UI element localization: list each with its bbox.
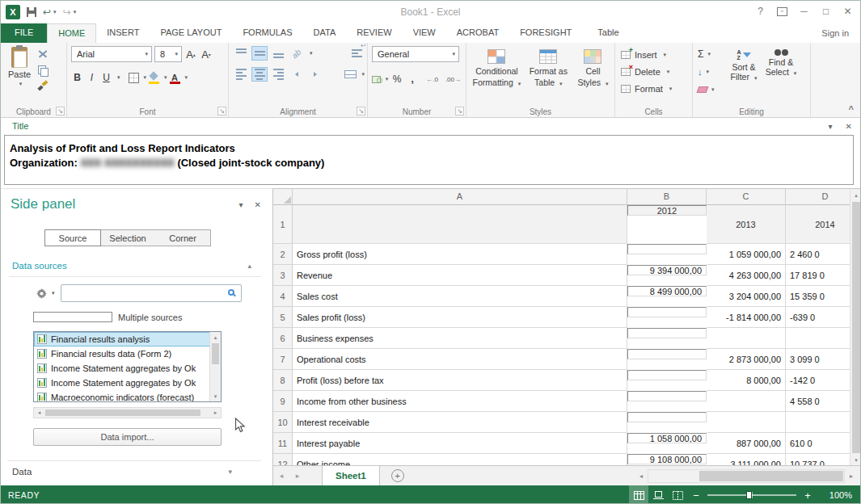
insert-button[interactable]: Insert ▾	[619, 46, 690, 63]
cell[interactable]: Operational costs	[293, 349, 627, 370]
cell[interactable]	[707, 412, 786, 433]
maximize-button[interactable]: □	[815, 1, 837, 22]
orientation-button[interactable]	[289, 46, 305, 61]
expand-section-icon[interactable]: ▾	[228, 468, 261, 476]
cell[interactable]: 4 263 000,00	[707, 265, 786, 286]
cell[interactable]	[627, 349, 707, 359]
cell[interactable]	[707, 391, 786, 412]
side-panel-close-icon[interactable]: ✕	[255, 200, 261, 209]
data-import-button[interactable]: Data import...	[33, 428, 222, 446]
cell[interactable]	[627, 412, 707, 422]
sheet-tab-sheet1[interactable]: Sheet1	[322, 466, 380, 485]
cell[interactable]: 8 000,00	[707, 370, 786, 391]
font-family-select[interactable]: Arial ▾	[71, 46, 152, 62]
decrease-indent-button[interactable]	[289, 67, 305, 82]
tab-data[interactable]: DATA	[303, 23, 347, 43]
cell[interactable]	[707, 328, 786, 349]
column-header-b[interactable]: B	[627, 189, 707, 205]
merge-center-dropdown-icon[interactable]: ▾	[361, 71, 365, 78]
row-header[interactable]: 11	[273, 433, 293, 454]
cell[interactable]: Other income	[293, 454, 627, 465]
find-select-button[interactable]: Find & Select ▾	[762, 44, 800, 83]
scroll-left-icon[interactable]: ◂	[635, 472, 648, 480]
cell[interactable]	[627, 370, 707, 380]
title-pane-close-icon[interactable]: ✕	[846, 122, 852, 131]
collapse-section-icon[interactable]: ▴	[247, 262, 261, 270]
close-button[interactable]: ✕	[837, 1, 859, 22]
align-right-button[interactable]	[270, 67, 286, 82]
column-header-c[interactable]: C	[707, 189, 786, 205]
list-item[interactable]: Financial results analysis	[34, 332, 210, 346]
list-item[interactable]: Income Statement aggregates by Ok	[34, 361, 210, 376]
clear-button[interactable]: ▾	[698, 82, 715, 97]
data-sources-link[interactable]: Data sources	[12, 261, 67, 271]
delete-button[interactable]: Delete ▾	[619, 63, 690, 80]
grid-vertical-scrollbar[interactable]: ▴ ▾	[850, 189, 861, 465]
help-button[interactable]: ?	[749, 1, 771, 22]
tab-selection[interactable]: Selection	[100, 230, 155, 246]
cell[interactable]	[627, 307, 707, 317]
tab-file[interactable]: FILE	[1, 23, 47, 43]
collapse-ribbon-icon[interactable]: ^	[849, 104, 854, 114]
page-layout-view-button[interactable]	[648, 485, 668, 504]
normal-view-button[interactable]	[629, 485, 648, 504]
zoom-out-button[interactable]: −	[687, 489, 705, 502]
ribbon-display-options-button[interactable]: ^	[771, 1, 793, 22]
wrap-text-button[interactable]	[348, 46, 365, 61]
row-header[interactable]: 4	[273, 286, 293, 307]
conditional-formatting-button[interactable]: Conditional Formatting ▾	[471, 46, 523, 105]
cut-icon[interactable]	[38, 49, 48, 59]
accounting-format-icon[interactable]	[372, 76, 381, 83]
title-pane-dropdown-icon[interactable]: ▾	[829, 122, 833, 131]
merge-center-icon[interactable]	[344, 70, 357, 78]
align-top-button[interactable]	[233, 46, 249, 61]
cell[interactable]: Sales profit (loss)	[293, 307, 627, 328]
list-vertical-scrollbar[interactable]: ▴ ▾	[209, 332, 221, 401]
row-header[interactable]: 1	[273, 205, 293, 244]
list-item[interactable]: Financial results data (Form 2)	[34, 346, 210, 361]
cell[interactable]: Gross profit (loss)	[293, 244, 627, 265]
list-item[interactable]: Income Statement aggregates by Ok	[34, 376, 210, 390]
alignment-dialog-launcher[interactable]: ↘	[357, 107, 365, 116]
cell[interactable]: 1 059 000,00	[707, 244, 786, 265]
row-header[interactable]: 8	[273, 370, 293, 391]
font-color-dropdown-icon[interactable]: ▾	[185, 74, 188, 81]
grid-horizontal-scrollbar[interactable]: ◂ ▸	[635, 469, 858, 483]
cell[interactable]: 3 111 000,00	[707, 454, 786, 465]
font-dialog-launcher[interactable]: ↘	[217, 107, 226, 116]
cell[interactable]: 2 873 000,00	[707, 349, 786, 370]
cell[interactable]: 887 000,00	[707, 433, 786, 454]
cell[interactable]: Interest receivable	[293, 412, 627, 433]
tab-insert[interactable]: INSERT	[96, 23, 150, 43]
underline-button[interactable]: U	[100, 72, 112, 83]
cell[interactable]	[627, 244, 707, 254]
scroll-left-icon[interactable]: ◂	[34, 408, 44, 418]
align-center-button[interactable]	[251, 67, 268, 82]
cell[interactable]: 9 108 000,00	[627, 454, 707, 464]
next-sheet-icon[interactable]: ▸	[289, 472, 306, 480]
cell[interactable]: 1 058 000,00	[627, 433, 707, 443]
tab-foresight[interactable]: FORESIGHT	[509, 23, 582, 43]
zoom-slider-thumb[interactable]	[746, 491, 752, 499]
save-icon[interactable]	[27, 7, 36, 17]
minimize-button[interactable]: ─	[793, 1, 815, 22]
cell[interactable]: 2012	[627, 205, 707, 216]
tab-review[interactable]: REVIEW	[346, 23, 402, 43]
decrease-decimal-button[interactable]: .00→	[443, 74, 463, 85]
settings-button[interactable]: ▾	[36, 288, 55, 299]
tab-home[interactable]: HOME	[47, 23, 96, 43]
cell[interactable]: Interest payable	[293, 433, 627, 454]
font-size-select[interactable]: 8 ▾	[154, 46, 182, 62]
increase-indent-button[interactable]	[307, 67, 323, 82]
row-header[interactable]: 12	[273, 454, 293, 465]
cell[interactable]: Business expenses	[293, 328, 627, 349]
row-header[interactable]: 9	[273, 391, 293, 412]
cell-styles-button[interactable]: Cell Styles ▾	[574, 46, 612, 105]
cell[interactable]: 2013	[707, 205, 786, 244]
scrollbar-thumb[interactable]	[852, 202, 860, 453]
bold-button[interactable]: B	[71, 72, 83, 83]
number-dialog-launcher[interactable]: ↘	[455, 107, 464, 116]
search-icon[interactable]	[228, 289, 234, 296]
row-header[interactable]: 5	[273, 307, 293, 328]
fill-button[interactable]: ↓▾	[698, 65, 715, 79]
